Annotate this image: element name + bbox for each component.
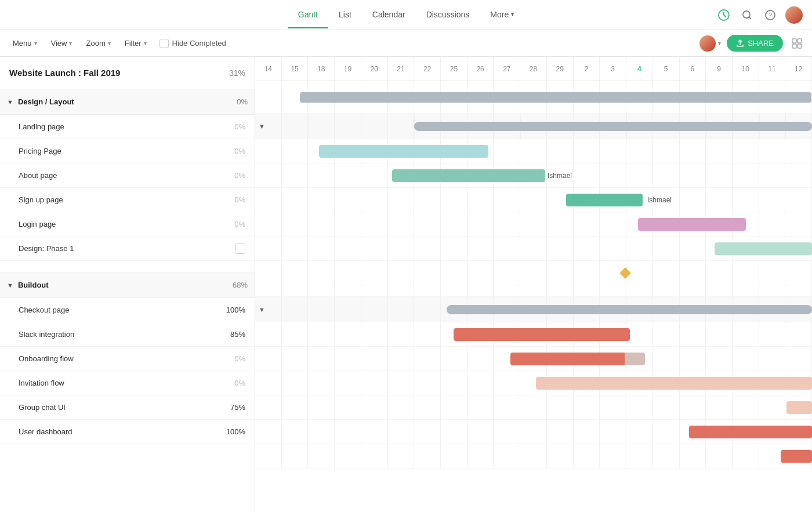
tab-discussions[interactable]: Discussions (416, 2, 480, 28)
tl-22: 22 (414, 57, 441, 81)
view-chevron-icon: ▾ (69, 40, 72, 46)
tl-21: 21 (388, 57, 415, 81)
gantt-group1-row: ▼ (255, 114, 812, 139)
userdash-bar[interactable] (781, 450, 812, 463)
gantt-project-cell (255, 81, 812, 113)
gantt-slack-row (255, 347, 812, 371)
onboarding-bar[interactable] (536, 377, 812, 390)
group2-bar[interactable] (447, 305, 812, 314)
tl-26: 26 (467, 57, 494, 81)
group-chevron-icon: ▼ (7, 282, 13, 289)
gantt-about-page-row: Ishmael (255, 188, 812, 212)
tab-gantt[interactable]: Gantt (288, 2, 328, 28)
group-buildout[interactable]: ▼ Buildout 68% (0, 273, 255, 298)
gantt-group2-row: ▼ (255, 297, 812, 322)
filter-button[interactable]: Filter ▾ (119, 35, 153, 51)
login-page-bar[interactable] (715, 242, 812, 255)
menu-button[interactable]: Menu ▾ (7, 35, 43, 51)
search-icon[interactable] (739, 7, 755, 23)
task-signup-page: Sign up page 0% (0, 188, 255, 212)
task-pricing-page: Pricing Page 0% (0, 139, 255, 164)
svg-rect-4 (792, 39, 796, 43)
tab-calendar[interactable]: Calendar (362, 2, 416, 28)
tl-20: 20 (361, 57, 388, 81)
gantt-inner: 14 15 18 19 20 21 22 25 26 27 28 29 2 3 … (255, 57, 812, 469)
toolbar-right: ▾ SHARE (699, 35, 805, 52)
gantt-rows: ▼ Ishmael Ishmael (255, 81, 812, 469)
project-title: Website Launch : Fall 2019 (9, 68, 216, 78)
gantt-signup-page-row (255, 212, 812, 237)
chevron-down-icon: ▾ (511, 11, 514, 17)
pricing-page-bar[interactable] (392, 169, 545, 182)
task-group-chat-ui: Group chat UI 75% (0, 395, 255, 420)
task-slack-integration: Slack integration 85% (0, 322, 255, 347)
milestone-checkbox (235, 244, 245, 254)
share-icon (736, 39, 744, 48)
current-user-avatar[interactable] (699, 35, 716, 52)
tl-12: 12 (785, 57, 812, 81)
gantt-milestone-row (255, 261, 812, 285)
task-login-page: Login page 0% (0, 212, 255, 237)
hide-completed-checkbox[interactable] (160, 39, 169, 48)
hide-completed-label[interactable]: Hide Completed (160, 39, 226, 48)
avatar-chevron-icon: ▾ (718, 40, 721, 46)
tl-29: 29 (547, 57, 574, 81)
share-button[interactable]: SHARE (727, 35, 783, 52)
task-user-dashboard: User dashboard 100% (0, 420, 255, 444)
signup-page-bar[interactable] (638, 218, 746, 231)
group-chevron-icon: ▼ (7, 99, 13, 106)
gantt-panel[interactable]: 14 15 18 19 20 21 22 25 26 27 28 29 2 3 … (255, 57, 812, 512)
gantt-login-page-row (255, 237, 812, 261)
gantt-invitation-row (255, 395, 812, 420)
tab-more[interactable]: More ▾ (480, 2, 524, 28)
tl-6: 6 (680, 57, 706, 81)
left-panel: Website Launch : Fall 2019 31% ▼ Design … (0, 57, 255, 512)
tl-11: 11 (759, 57, 786, 81)
tl-2: 2 (574, 57, 600, 81)
invitation-bar[interactable] (786, 401, 812, 414)
menu-chevron-icon: ▾ (34, 40, 37, 46)
spacer-1 (0, 261, 255, 273)
tl-3: 3 (600, 57, 626, 81)
view-button[interactable]: View ▾ (45, 35, 78, 51)
gantt-onboarding-row (255, 371, 812, 395)
group1-arrow-icon: ▼ (259, 123, 265, 130)
checkout-bar[interactable] (454, 328, 630, 341)
svg-rect-5 (798, 39, 802, 43)
help-icon[interactable]: ? (762, 7, 778, 23)
task-landing-page: Landing page 0% (0, 115, 255, 139)
current-user-avatar-wrapper[interactable]: ▾ (699, 35, 721, 52)
tab-list[interactable]: List (328, 2, 362, 28)
grid-view-icon[interactable] (789, 35, 805, 52)
group-design-layout[interactable]: ▼ Design / Layout 0% (0, 89, 255, 115)
groupchat-bar[interactable] (689, 426, 812, 438)
user-avatar[interactable] (785, 6, 803, 24)
project-pct: 31% (216, 68, 245, 78)
svg-rect-7 (798, 44, 802, 48)
tl-27: 27 (494, 57, 520, 81)
tl-25: 25 (441, 57, 467, 81)
tl-18: 18 (308, 57, 335, 81)
project-bar[interactable] (300, 92, 811, 103)
clock-icon[interactable] (716, 7, 732, 23)
task-invitation-flow: Invitation flow 0% (0, 371, 255, 395)
filter-chevron-icon: ▾ (144, 40, 147, 46)
gantt-project-row (255, 81, 812, 114)
zoom-button[interactable]: Zoom ▾ (80, 35, 116, 51)
toolbar: Menu ▾ View ▾ Zoom ▾ Filter ▾ Hide Compl… (0, 30, 812, 57)
tl-9: 9 (706, 57, 733, 81)
landing-page-bar[interactable] (319, 145, 488, 158)
gantt-pricing-page-row: Ishmael (255, 164, 812, 188)
about-page-bar[interactable] (566, 194, 643, 206)
group1-bar[interactable] (414, 122, 812, 131)
task-about-page: About page 0% (0, 164, 255, 188)
project-header: Website Launch : Fall 2019 31% (0, 57, 255, 89)
gantt-checkout-row (255, 322, 812, 347)
slack-bar[interactable] (510, 353, 645, 365)
nav-right: ? (716, 6, 803, 24)
tl-28: 28 (520, 57, 547, 81)
svg-rect-6 (792, 44, 796, 48)
milestone-diamond (619, 267, 631, 279)
svg-text:?: ? (768, 12, 772, 19)
main-content: Website Launch : Fall 2019 31% ▼ Design … (0, 57, 812, 512)
